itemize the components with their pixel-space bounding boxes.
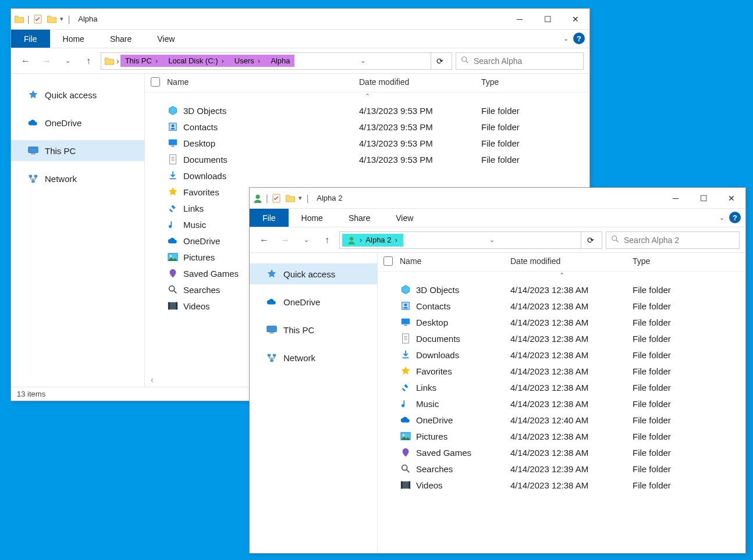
qat-dropdown-icon[interactable]: ▾: [60, 15, 63, 23]
file-row[interactable]: Contacts 4/14/2023 12:38 AM File folder: [378, 298, 745, 314]
ribbon-file-tab[interactable]: File: [11, 30, 50, 48]
nav-item-onedrive[interactable]: OneDrive: [250, 291, 377, 312]
qat-dropdown-icon[interactable]: ▾: [299, 194, 302, 202]
file-name: 3D Objects: [416, 285, 459, 295]
file-row[interactable]: Music 4/14/2023 12:38 AM File folder: [378, 395, 745, 412]
ribbon-collapse-icon[interactable]: ⌄: [719, 214, 724, 222]
close-button[interactable]: ✕: [562, 9, 589, 30]
properties-icon[interactable]: [271, 192, 282, 204]
search-input[interactable]: [624, 236, 734, 245]
titlebar[interactable]: | ▾ | Alpha ─ ☐ ✕: [11, 9, 589, 30]
close-button[interactable]: ✕: [718, 188, 745, 209]
crumb-thispc[interactable]: This PC›: [120, 55, 164, 67]
ribbon-file-tab[interactable]: File: [250, 209, 289, 227]
file-type: File folder: [481, 122, 551, 132]
back-button[interactable]: ←: [17, 52, 34, 70]
svg-rect-49: [409, 481, 410, 489]
maximize-button[interactable]: ☐: [534, 9, 562, 30]
nav-item-quick-access[interactable]: Quick access: [250, 263, 377, 284]
file-row[interactable]: Contacts 4/13/2023 9:53 PM File folder: [145, 119, 589, 135]
select-all-checkbox[interactable]: [151, 77, 160, 87]
search-box[interactable]: [456, 52, 584, 70]
file-row[interactable]: Documents 4/13/2023 9:53 PM File folder: [145, 151, 589, 167]
maximize-button[interactable]: ☐: [690, 188, 718, 209]
crumb-alpha2[interactable]: › Alpha 2 ›: [342, 234, 403, 247]
new-folder-icon[interactable]: [46, 13, 58, 25]
nav-item-this-pc[interactable]: This PC: [11, 140, 144, 161]
refresh-button[interactable]: ⟳: [431, 52, 449, 70]
file-row[interactable]: Desktop 4/13/2023 9:53 PM File folder: [145, 135, 589, 151]
breadcrumb-bar[interactable]: › Alpha 2 › ⌄ ⟳: [339, 231, 602, 249]
history-dropdown-icon[interactable]: ⌄: [489, 236, 495, 244]
nav-item-this-pc[interactable]: This PC: [250, 319, 377, 340]
file-row[interactable]: Downloads: [145, 167, 589, 184]
scroll-left-icon[interactable]: ‹: [151, 375, 154, 384]
history-dropdown-icon[interactable]: ⌄: [360, 57, 365, 65]
file-type: File folder: [633, 318, 702, 327]
titlebar[interactable]: | ▾ | Alpha 2 ─ ☐ ✕: [250, 188, 745, 209]
properties-icon[interactable]: [32, 13, 44, 25]
column-type[interactable]: Type: [633, 256, 702, 267]
column-date[interactable]: Date modified: [510, 256, 633, 267]
refresh-button[interactable]: ⟳: [581, 231, 599, 249]
minimize-button[interactable]: ─: [506, 9, 534, 30]
help-icon[interactable]: ?: [729, 212, 741, 223]
ribbon-tab-view[interactable]: View: [383, 209, 426, 227]
crumb-localdisk[interactable]: Local Disk (C:)›: [164, 55, 230, 67]
new-folder-icon[interactable]: [285, 192, 296, 204]
crumb-users[interactable]: Users›: [230, 55, 266, 67]
search-input[interactable]: [474, 56, 578, 66]
content-pane: Name Date modified Type ⌃ 3D Objects 4/1…: [378, 253, 745, 553]
forward-button[interactable]: →: [38, 52, 55, 70]
column-date[interactable]: Date modified: [359, 77, 481, 88]
file-row[interactable]: Videos 4/14/2023 12:38 AM File folder: [378, 477, 745, 493]
file-row[interactable]: 3D Objects 4/14/2023 12:38 AM File folde…: [378, 281, 745, 298]
minimize-button[interactable]: ─: [662, 188, 690, 209]
file-type: File folder: [633, 350, 702, 360]
column-type[interactable]: Type: [481, 77, 551, 88]
up-button[interactable]: ↑: [80, 52, 97, 70]
file-type: File folder: [633, 464, 702, 474]
file-row[interactable]: Saved Games 4/14/2023 12:38 AM File fold…: [378, 444, 745, 461]
up-button[interactable]: ↑: [318, 231, 336, 249]
file-row[interactable]: Links 4/14/2023 12:38 AM File folder: [378, 379, 745, 395]
file-type: File folder: [633, 383, 702, 393]
cloud-icon: [167, 235, 179, 247]
music-icon: [167, 219, 179, 230]
ribbon-tab-home[interactable]: Home: [50, 30, 97, 48]
svg-rect-31: [269, 333, 274, 334]
forward-button[interactable]: →: [276, 231, 294, 249]
nav-item-network[interactable]: Network: [250, 347, 377, 368]
nav-item-network[interactable]: Network: [11, 168, 144, 189]
breadcrumb-bar[interactable]: › This PC› Local Disk (C:)› Users› Alpha…: [101, 52, 452, 70]
file-row[interactable]: Documents 4/14/2023 12:38 AM File folder: [378, 330, 745, 347]
file-row[interactable]: Desktop 4/14/2023 12:38 AM File folder: [378, 314, 745, 330]
ribbon-tab-share[interactable]: Share: [97, 30, 144, 48]
file-row[interactable]: Favorites 4/14/2023 12:38 AM File folder: [378, 363, 745, 379]
back-button[interactable]: ←: [255, 231, 273, 249]
file-row[interactable]: Searches 4/14/2023 12:39 AM File folder: [378, 461, 745, 477]
ribbon-tab-view[interactable]: View: [144, 30, 187, 48]
recent-dropdown[interactable]: ⌄: [297, 231, 315, 249]
chevron-right-icon[interactable]: ›: [115, 56, 120, 66]
file-row[interactable]: Downloads 4/14/2023 12:38 AM File folder: [378, 347, 745, 363]
nav-item-quick-access[interactable]: Quick access: [11, 84, 144, 105]
cloud-icon: [266, 296, 278, 308]
file-row[interactable]: OneDrive 4/14/2023 12:40 AM File folder: [378, 412, 745, 428]
ribbon-collapse-icon[interactable]: ⌄: [563, 35, 569, 42]
doc-icon: [167, 154, 179, 165]
crumb-alpha[interactable]: Alpha: [266, 55, 294, 67]
ribbon-tab-share[interactable]: Share: [336, 209, 383, 227]
file-date: 4/14/2023 12:39 AM: [510, 464, 633, 474]
ribbon-tab-home[interactable]: Home: [289, 209, 336, 227]
column-name[interactable]: Name: [167, 77, 359, 88]
help-icon[interactable]: ?: [573, 33, 585, 44]
file-row[interactable]: Pictures 4/14/2023 12:38 AM File folder: [378, 428, 745, 444]
search-box[interactable]: [606, 231, 740, 249]
cloud-icon: [27, 117, 39, 129]
select-all-checkbox[interactable]: [383, 256, 393, 266]
file-row[interactable]: 3D Objects 4/13/2023 9:53 PM File folder: [145, 102, 589, 119]
nav-item-onedrive[interactable]: OneDrive: [11, 112, 144, 133]
recent-dropdown[interactable]: ⌄: [59, 52, 76, 70]
column-name[interactable]: Name: [400, 256, 510, 267]
